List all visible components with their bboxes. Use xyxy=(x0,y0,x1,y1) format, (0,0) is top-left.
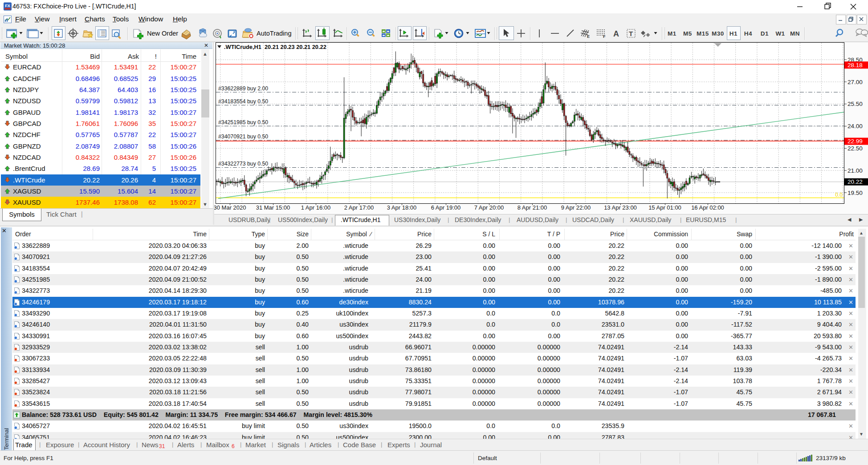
svg-text:MN: MN xyxy=(790,30,800,37)
svg-text:0.0: 0.0 xyxy=(835,192,843,198)
svg-text:#33622889 buy 2.00: #33622889 buy 2.00 xyxy=(218,85,268,92)
svg-text:#34183554 buy 0.50: #34183554 buy 0.50 xyxy=(218,98,268,105)
svg-text:2 Apr 17:00: 2 Apr 17:00 xyxy=(344,204,374,211)
svg-text:27.00: 27.00 xyxy=(848,79,863,85)
svg-text:6 Apr 19:00: 6 Apr 19:00 xyxy=(431,204,461,211)
svg-text:15 Apr 01:00: 15 Apr 01:00 xyxy=(648,204,681,211)
svg-text:9 Apr 22:00: 9 Apr 22:00 xyxy=(561,204,591,211)
svg-text:22.50: 22.50 xyxy=(848,145,863,152)
svg-text:A: A xyxy=(613,29,619,38)
svg-text:F: F xyxy=(603,34,606,39)
svg-text:30 Mar 2020: 30 Mar 2020 xyxy=(214,204,246,211)
svg-text:M1: M1 xyxy=(668,30,676,37)
svg-text:M15: M15 xyxy=(697,30,709,37)
svg-text:#34322773 buy 0.50: #34322773 buy 0.50 xyxy=(218,161,268,167)
svg-text:3 Apr 18:00: 3 Apr 18:00 xyxy=(387,204,417,211)
svg-text:H1: H1 xyxy=(729,30,738,37)
svg-text:D1: D1 xyxy=(761,30,769,37)
svg-text:AutoTrading: AutoTrading xyxy=(257,30,291,37)
svg-text:M30: M30 xyxy=(712,30,724,37)
svg-text:.WTICrude,H1: .WTICrude,H1 xyxy=(224,44,261,50)
svg-text:#34070921 buy 0.50: #34070921 buy 0.50 xyxy=(218,133,268,140)
svg-text:M5: M5 xyxy=(683,30,692,37)
svg-text:Terminal: Terminal xyxy=(3,428,10,450)
svg-text:28.18: 28.18 xyxy=(848,62,863,69)
svg-text:21.00: 21.00 xyxy=(848,167,863,174)
svg-text:W1: W1 xyxy=(775,30,785,37)
svg-text:T: T xyxy=(629,30,633,37)
svg-text:8 Apr 21:00: 8 Apr 21:00 xyxy=(518,204,547,211)
svg-text:24.00: 24.00 xyxy=(848,123,863,129)
svg-text:E: E xyxy=(587,34,590,39)
svg-text:20.22: 20.22 xyxy=(848,178,863,185)
svg-text:#34251985 buy 0.50: #34251985 buy 0.50 xyxy=(218,119,268,125)
svg-text:New Order: New Order xyxy=(147,30,178,37)
svg-text:7 Apr 20:00: 7 Apr 20:00 xyxy=(474,204,504,211)
svg-text:13 Apr 23:00: 13 Apr 23:00 xyxy=(604,204,637,211)
svg-text:FX: FX xyxy=(5,4,10,8)
svg-text:25.50: 25.50 xyxy=(848,101,863,107)
svg-text:22.99: 22.99 xyxy=(848,138,863,145)
svg-text:1 Apr 16:00: 1 Apr 16:00 xyxy=(301,204,331,211)
svg-text:19.50: 19.50 xyxy=(848,190,863,196)
svg-text:20.21 20.23 20.21 20.22: 20.21 20.23 20.21 20.22 xyxy=(265,44,326,50)
svg-text:H4: H4 xyxy=(744,30,752,37)
svg-text:31 Mar 15:00: 31 Mar 15:00 xyxy=(256,204,290,211)
svg-text:16 Apr 02:00: 16 Apr 02:00 xyxy=(691,204,724,211)
